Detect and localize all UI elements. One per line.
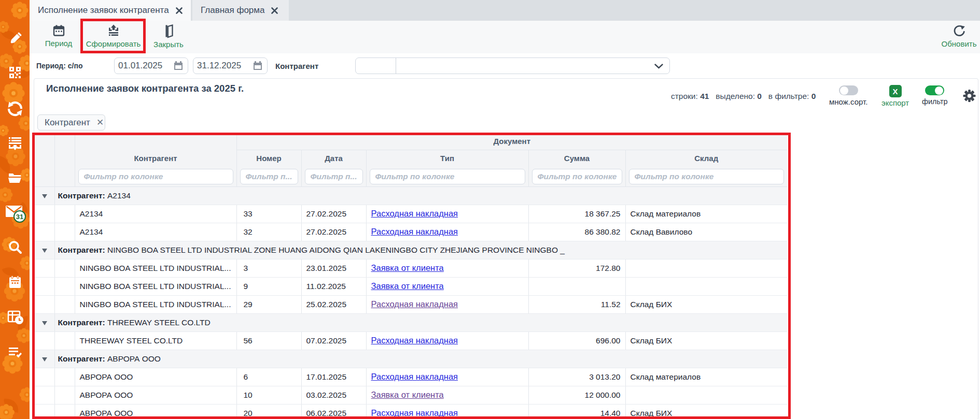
svg-text:31: 31	[16, 213, 23, 221]
